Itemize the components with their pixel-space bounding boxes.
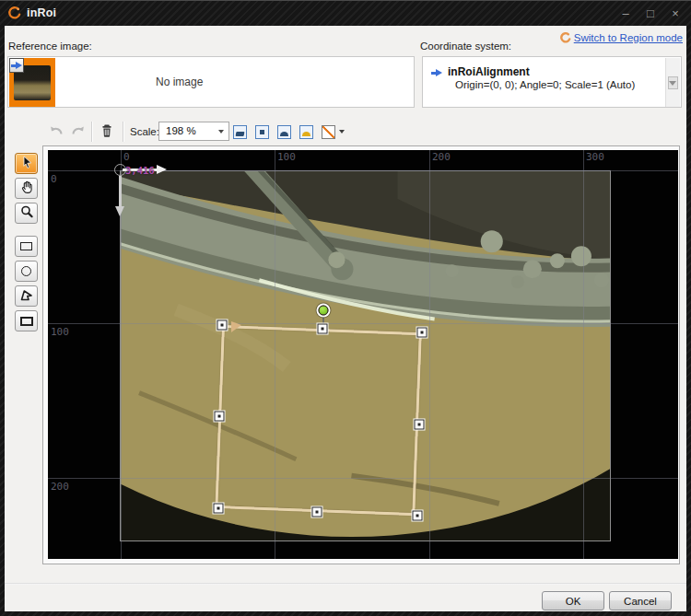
gridline-x-300	[583, 150, 584, 559]
x-axis-arrowhead-icon	[157, 165, 167, 174]
switch-to-region-mode-link[interactable]: Switch to Region mode	[574, 32, 683, 43]
roi-handle-top-middle[interactable]	[318, 324, 328, 334]
editor-panel: 0 100 200 300 0 100 200	[42, 145, 680, 564]
titlebar[interactable]: inRoi – □ ×	[0, 0, 691, 26]
zoom-selection-button[interactable]	[297, 122, 316, 142]
minimize-icon[interactable]: –	[619, 7, 632, 19]
rotated-rectangle-tool-button[interactable]	[15, 310, 38, 331]
redo-button[interactable]	[69, 122, 88, 142]
roi-handle-top-left[interactable]	[217, 320, 228, 331]
scroll-down-icon	[669, 81, 676, 86]
roi-handle-middle-right[interactable]	[415, 420, 425, 430]
roi-handle-middle-left[interactable]	[215, 412, 225, 422]
rectangle-tool-button[interactable]	[15, 236, 38, 257]
coordinate-system-details: Origin=(0, 0); Angle=0; Scale=1 (Auto)	[448, 78, 635, 92]
circle-icon	[21, 266, 31, 276]
coordinate-system-item[interactable]: inRoiAlignment Origin=(0, 0); Angle=0; S…	[431, 65, 635, 92]
roi-handle-bottom-left[interactable]	[214, 504, 224, 514]
rectangle-icon	[20, 242, 32, 250]
maximize-icon[interactable]: □	[644, 7, 657, 19]
roi-style-icon	[322, 125, 335, 139]
roi-first-vertex-marker	[231, 321, 241, 332]
close-icon[interactable]: ×	[669, 7, 682, 19]
coordinate-system-name: inRoiAlignment	[448, 65, 635, 78]
zoom-fit-width-icon	[277, 125, 291, 139]
pan-tool-button[interactable]	[15, 178, 38, 199]
scale-label: Scale:	[130, 126, 159, 137]
cursor-coordinates-text: 3,416	[125, 165, 155, 176]
no-image-item[interactable]: No image	[156, 57, 203, 107]
reference-image-label: Reference image:	[8, 41, 92, 52]
polygon-tool-button[interactable]	[15, 285, 38, 307]
reference-thumbnail-selected[interactable]	[9, 58, 55, 107]
scale-combobox[interactable]: 198 %	[158, 122, 229, 141]
roi-style-button[interactable]	[319, 122, 338, 142]
ruler-label: 100	[51, 326, 69, 338]
ok-button[interactable]: OK	[542, 591, 604, 610]
app-logo-icon	[6, 6, 21, 20]
mode-link-row: Switch to Region mode	[0, 29, 686, 45]
ruler-label: 0	[51, 173, 57, 185]
undo-button[interactable]	[46, 122, 65, 142]
roi-rectangle[interactable]	[215, 325, 421, 516]
toolbar-separator	[123, 122, 123, 142]
gridline-y-100	[48, 323, 678, 324]
circle-tool-button[interactable]	[15, 261, 38, 282]
undo-icon	[48, 123, 64, 142]
reference-thumb-badge	[9, 58, 24, 73]
select-tool-button[interactable]	[15, 153, 38, 174]
chevron-down-icon[interactable]	[218, 130, 224, 134]
ruler-label: 200	[51, 481, 69, 493]
zoom-fit-width-button[interactable]	[275, 122, 294, 142]
delete-roi-button[interactable]	[97, 122, 116, 142]
cancel-button[interactable]: Cancel	[609, 591, 672, 610]
roi-handle-top-right[interactable]	[417, 328, 427, 338]
zoom-original-size-button[interactable]	[252, 122, 272, 142]
zoom-fit-icon	[233, 125, 247, 139]
blue-arrow-icon	[11, 62, 22, 70]
ruler-label: 100	[277, 151, 296, 163]
window-controls: – □ ×	[619, 0, 682, 26]
zoom-original-icon	[255, 125, 269, 139]
roi-handle-bottom-middle[interactable]	[312, 507, 322, 517]
cursor-arrow-icon	[19, 155, 34, 172]
footer-separator	[5, 583, 686, 585]
switch-mode-icon	[558, 30, 571, 47]
blue-arrow-icon	[431, 69, 442, 77]
window-title: inRoi	[27, 6, 56, 19]
zoom-tool-button[interactable]	[15, 203, 38, 224]
trash-icon	[99, 122, 115, 142]
coordinate-system-label: Coordinate system:	[420, 41, 511, 52]
ruler-label: 200	[432, 151, 451, 163]
zoom-fit-button[interactable]	[230, 122, 250, 142]
gridline-x-200	[429, 150, 430, 559]
inroi-dialog: inRoi – □ × Switch to Region mode Refere…	[0, 0, 691, 616]
thick-rectangle-icon	[20, 317, 33, 326]
y-axis-arrowhead-icon	[115, 206, 124, 216]
hand-icon	[19, 180, 34, 197]
roi-rotate-handle[interactable]	[319, 306, 329, 316]
reference-image-list[interactable]: No image	[7, 56, 415, 108]
toolbar-separator	[91, 122, 92, 142]
coordinate-system-list[interactable]: inRoiAlignment Origin=(0, 0); Angle=0; S…	[422, 56, 682, 108]
roi-canvas[interactable]: 0 100 200 300 0 100 200	[48, 150, 678, 559]
polygon-icon	[18, 287, 34, 306]
coordinate-list-scrollbar[interactable]	[665, 58, 680, 107]
magnifier-icon	[19, 204, 34, 222]
ruler-label: 0	[123, 151, 130, 163]
redo-icon	[71, 123, 87, 142]
roi-handle-bottom-right[interactable]	[413, 511, 423, 521]
roi-style-dropdown-icon[interactable]	[339, 130, 345, 134]
scale-value: 198 %	[166, 125, 196, 136]
ruler-label: 300	[586, 151, 604, 163]
zoom-selection-icon	[299, 125, 313, 139]
y-axis-arrow	[119, 176, 122, 206]
